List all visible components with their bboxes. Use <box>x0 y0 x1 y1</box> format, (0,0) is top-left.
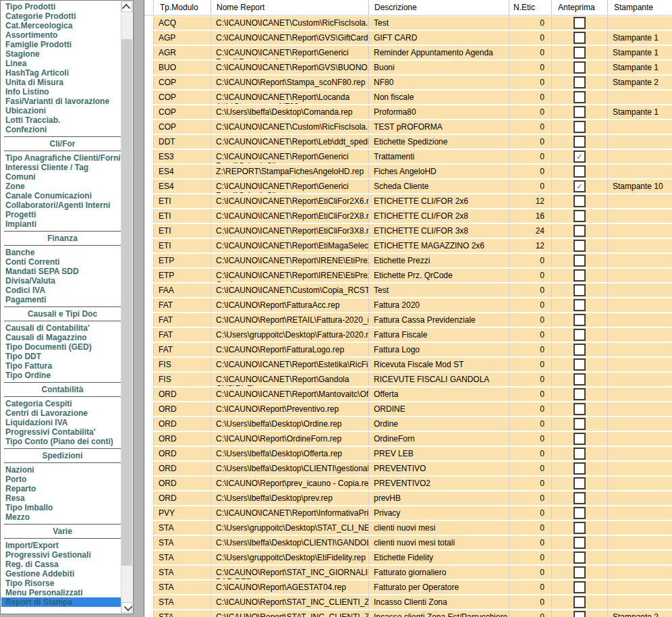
table-row[interactable]: ETPC:\ICAUNO\ICANET\Report\IRENE\EtiPrez… <box>144 269 672 282</box>
anteprima-checkbox[interactable] <box>573 225 586 237</box>
row-selector-cell[interactable] <box>144 521 154 535</box>
table-row[interactable]: BUOC:\ICAUNO\ICANET\Report\GVS\BUONO.rep… <box>144 61 672 74</box>
sidebar-item-liquidazioni-iva[interactable]: Liquidazioni IVA <box>5 418 121 427</box>
scrollbar-thumb[interactable] <box>121 39 132 566</box>
scroll-up-button[interactable] <box>121 1 132 12</box>
sidebar-item-tipo-prodotti[interactable]: Tipo Prodotti <box>5 2 121 11</box>
sidebar-item-tipo-ddt[interactable]: Tipo DDT <box>5 352 121 361</box>
sidebar-item-reg-di-cassa[interactable]: Reg. di Cassa <box>5 560 121 569</box>
table-row[interactable]: ORDC:\ICAUNO\ICANET\Report\Mantovaitc\Of… <box>144 387 672 401</box>
table-row[interactable]: DDTC:\ICAUNO\ICANET\Report\Leb\ddt_spedi… <box>144 135 672 149</box>
sidebar-item-categoria-cespiti[interactable]: Categoria Cespiti <box>5 399 121 408</box>
row-selector-cell[interactable] <box>144 150 154 163</box>
anteprima-checkbox[interactable] <box>573 566 586 579</box>
anteprima-checkbox[interactable] <box>573 314 586 326</box>
table-row[interactable]: ES4Z:\REPORT\StampaFichesAngeloHD.repFic… <box>144 165 672 178</box>
sidebar-item-banche[interactable]: Banche <box>5 248 121 257</box>
table-row[interactable]: ORDC:\ICAUNO\Report\prev_icauno - Copia.… <box>144 477 672 490</box>
table-row[interactable]: STAC:\ICAUNO\Report\AGESTAT04.repFattura… <box>144 581 672 594</box>
sidebar-item-confezioni[interactable]: Confezioni <box>5 125 121 134</box>
row-selector-cell[interactable] <box>144 373 154 386</box>
anteprima-checkbox[interactable] <box>573 17 586 29</box>
row-selector-cell[interactable] <box>144 135 154 149</box>
sidebar-item-cat-merceologica[interactable]: Cat.Merceologica <box>5 21 121 30</box>
row-selector-cell[interactable] <box>144 402 154 416</box>
anteprima-checkbox[interactable] <box>573 329 586 341</box>
sidebar-item-centri-di-lavorazione[interactable]: Centri di Lavorazione <box>5 408 121 418</box>
anteprima-checkbox[interactable] <box>573 492 586 504</box>
sidebar-item-stagione[interactable]: Stagione <box>5 49 121 59</box>
anteprima-checkbox[interactable] <box>573 299 586 311</box>
sidebar-item-mandati-sepa-sdd[interactable]: Mandati SEPA SDD <box>5 267 121 276</box>
table-row[interactable]: ES3C:\ICAUNO\ICANET\Report\GenericiRetai… <box>144 150 672 163</box>
row-selector-cell[interactable] <box>144 387 154 401</box>
row-selector-cell[interactable] <box>144 581 154 594</box>
table-row[interactable]: AGRC:\ICAUNO\ICANET\Report\GenericiRetai… <box>144 46 672 59</box>
anteprima-checkbox[interactable] <box>573 522 586 534</box>
row-selector-cell[interactable] <box>144 595 154 609</box>
anteprima-checkbox[interactable] <box>573 552 586 564</box>
anteprima-checkbox[interactable] <box>573 448 586 460</box>
table-row[interactable]: ORDC:\Users\lbeffa\Desktop\prev.repprevH… <box>144 491 672 505</box>
sidebar-item-linea[interactable]: Linea <box>5 59 121 68</box>
sidebar-item-divisa-valuta[interactable]: Divisa/Valuta <box>5 276 121 286</box>
sidebar-item-progetti[interactable]: Progetti <box>5 210 121 219</box>
row-selector-cell[interactable] <box>144 76 154 89</box>
header-anteprima[interactable]: Anteprima <box>552 0 608 15</box>
sidebar-item-progressivi-contabilita-[interactable]: Progressivi Contabilita' <box>5 427 121 437</box>
anteprima-checkbox[interactable] <box>573 403 586 415</box>
row-selector-cell[interactable] <box>144 284 154 297</box>
scroll-down-button[interactable] <box>121 602 132 613</box>
header-tp-modulo[interactable]: Tp.Modulo <box>154 0 211 15</box>
row-selector-cell[interactable] <box>144 343 154 356</box>
table-row[interactable]: FISC:\ICAUNO\ICANET\Report\GandolaGVS\Ri… <box>144 373 672 386</box>
anteprima-checkbox[interactable] <box>573 210 586 222</box>
row-selector-cell[interactable] <box>144 120 154 134</box>
table-row[interactable]: ETIC:\ICAUNO\ICANET\Report\EtiCliFor2X8.… <box>144 209 672 223</box>
sidebar-item-codici-iva[interactable]: Codici IVA <box>5 286 121 295</box>
table-row[interactable]: FATC:\ICAUNO\Report\FatturaLogo.repFattu… <box>144 343 672 356</box>
anteprima-checkbox[interactable] <box>573 581 586 593</box>
sidebar-item-tipo-anagrafiche-clienti-fornit[interactable]: Tipo Anagrafiche Clienti/Fornit <box>5 153 121 163</box>
anteprima-checkbox[interactable] <box>573 91 586 103</box>
anteprima-checkbox[interactable] <box>573 358 586 371</box>
anteprima-checkbox[interactable] <box>573 240 586 252</box>
anteprima-checkbox[interactable] <box>573 165 586 178</box>
sidebar-item-ubicazioni[interactable]: Ubicazioni <box>5 106 121 115</box>
table-row[interactable]: FATC:\ICAUNO\Report\FatturaAcc.repFattur… <box>144 298 672 312</box>
table-row[interactable]: AGPC:\ICAUNO\ICANET\Report\GVS\GiftCardE… <box>144 31 672 45</box>
anteprima-checkbox[interactable] <box>573 611 586 617</box>
sidebar-item-import-export[interactable]: Import/Export <box>5 541 121 550</box>
row-selector-cell[interactable] <box>144 239 154 252</box>
table-row[interactable]: STAC:\Users\gruppoitc\Desktop\STAT_CLI_N… <box>144 521 672 535</box>
anteprima-checkbox[interactable] <box>573 121 586 133</box>
anteprima-checkbox[interactable] <box>573 47 586 59</box>
sidebar-item-progressivi-gestionali[interactable]: Progressivi Gestionali <box>5 550 121 560</box>
sidebar-item-impianti[interactable]: Impianti <box>5 219 121 229</box>
row-selector-cell[interactable] <box>144 566 154 579</box>
header-n-etic[interactable]: N.Etic <box>509 0 552 15</box>
sidebar-item-tipo-imballo[interactable]: Tipo Imballo <box>5 503 121 512</box>
row-selector-cell[interactable] <box>144 610 154 617</box>
anteprima-checkbox[interactable] <box>573 477 586 489</box>
table-row[interactable]: STAC:\ICAUNO\Report\STAT_INC_CLIENTI_ZON… <box>144 595 672 609</box>
anteprima-checkbox[interactable] <box>573 433 586 445</box>
sidebar-item-collaboratori-agenti-interni[interactable]: Collaboratori/Agenti Interni <box>5 200 121 210</box>
table-row[interactable]: ETPC:\ICAUNO\ICANET\Report\IRENE\EtiPrez… <box>144 254 672 267</box>
table-row[interactable]: FATC:\ICAUNO\Report\RETAIL\Fattura-2020_… <box>144 313 672 327</box>
sidebar-item-tipo-risorse[interactable]: Tipo Risorse <box>5 579 121 588</box>
anteprima-checkbox[interactable] <box>573 76 586 88</box>
anteprima-checkbox[interactable] <box>573 388 586 400</box>
sidebar-item-lotti-tracciab-[interactable]: Lotti Tracciab. <box>5 115 121 125</box>
table-row[interactable]: COPC:\Users\lbeffa\Desktop\Comanda.repPr… <box>144 105 672 119</box>
anteprima-checkbox[interactable] <box>573 344 586 356</box>
anteprima-checkbox[interactable] <box>573 373 586 385</box>
sidebar-item-mezzo[interactable]: Mezzo <box>5 512 121 522</box>
anteprima-checkbox[interactable] <box>573 195 586 207</box>
row-selector-cell[interactable] <box>144 551 154 564</box>
row-selector-cell[interactable] <box>144 477 154 490</box>
sidebar-item-interessi-cliente-tag[interactable]: Interessi Cliente / Tag <box>5 163 121 172</box>
sidebar-item-fasi-varianti-di-lavorazione[interactable]: Fasi/Varianti di lavorazione <box>5 97 121 106</box>
row-selector-cell[interactable] <box>144 46 154 59</box>
anteprima-checkbox[interactable] <box>573 32 586 44</box>
